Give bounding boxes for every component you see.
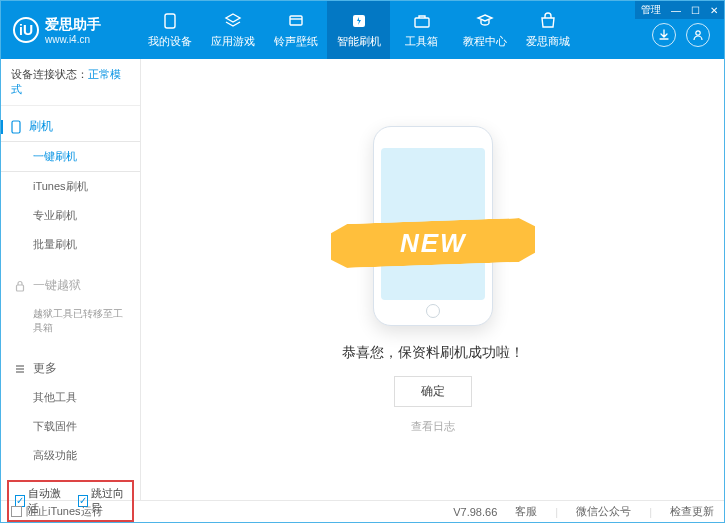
sidebar-item-more-1[interactable]: 下载固件 (1, 412, 140, 441)
sidebar-section-more-label: 更多 (33, 360, 57, 377)
nav-label: 智能刷机 (337, 34, 381, 49)
jailbreak-note: 越狱工具已转移至工具箱 (1, 300, 140, 342)
nav-label: 教程中心 (463, 34, 507, 49)
svg-rect-3 (415, 18, 429, 27)
wechat-link[interactable]: 微信公众号 (576, 504, 631, 519)
status-label: 设备连接状态： (11, 68, 88, 80)
view-log-link[interactable]: 查看日志 (411, 419, 455, 434)
new-ribbon: NEW (331, 217, 535, 268)
svg-rect-0 (165, 14, 175, 28)
nav-apps[interactable]: 应用游戏 (201, 1, 264, 59)
nav-store[interactable]: 爱思商城 (516, 1, 579, 59)
download-icon (658, 29, 670, 41)
ok-button[interactable]: 确定 (394, 376, 472, 407)
nav-toolbox[interactable]: 工具箱 (390, 1, 453, 59)
sidebar-item-flash-3[interactable]: 批量刷机 (1, 230, 140, 259)
tutorial-icon (476, 12, 494, 30)
phone-icon (9, 120, 23, 134)
logo: iU 爱思助手 www.i4.cn (13, 16, 138, 45)
sidebar-section-jailbreak-label: 一键越狱 (33, 277, 81, 294)
checkbox-icon (11, 506, 22, 517)
sidebar-section-more[interactable]: 更多 (1, 354, 140, 383)
sidebar-item-more-0[interactable]: 其他工具 (1, 383, 140, 412)
svg-rect-1 (290, 16, 302, 25)
menu-icon (13, 362, 27, 376)
svg-point-4 (696, 31, 700, 35)
lock-icon (13, 279, 27, 293)
sidebar: 设备连接状态：正常模式 刷机 一键刷机iTunes刷机专业刷机批量刷机 一键越狱… (1, 59, 141, 500)
sidebar-section-jailbreak: 一键越狱 (1, 271, 140, 300)
checkbox-block-itunes[interactable]: 阻止iTunes运行 (11, 504, 103, 519)
close-icon[interactable]: ✕ (710, 5, 718, 16)
window-pref[interactable]: 管理 (641, 3, 661, 17)
nav-label: 我的设备 (148, 34, 192, 49)
maximize-icon[interactable]: ☐ (691, 5, 700, 16)
svg-rect-5 (12, 121, 20, 133)
sidebar-item-more-2[interactable]: 高级功能 (1, 441, 140, 470)
download-button[interactable] (652, 23, 676, 47)
apps-icon (224, 12, 242, 30)
top-nav: 我的设备应用游戏铃声壁纸智能刷机工具箱教程中心爱思商城 (138, 1, 579, 59)
logo-icon: iU (13, 17, 39, 43)
sidebar-item-flash-2[interactable]: 专业刷机 (1, 201, 140, 230)
sidebar-item-flash-1[interactable]: iTunes刷机 (1, 172, 140, 201)
nav-flash[interactable]: 智能刷机 (327, 1, 390, 59)
sidebar-section-flash[interactable]: 刷机 (1, 112, 140, 141)
store-icon (539, 12, 557, 30)
svg-rect-6 (17, 285, 24, 291)
minimize-icon[interactable]: — (671, 5, 681, 16)
sidebar-section-flash-label: 刷机 (29, 118, 53, 135)
connection-status: 设备连接状态：正常模式 (1, 59, 140, 106)
user-button[interactable] (686, 23, 710, 47)
nav-tutorial[interactable]: 教程中心 (453, 1, 516, 59)
version-label: V7.98.66 (453, 506, 497, 518)
header-bar: 管理 — ☐ ✕ iU 爱思助手 www.i4.cn 我的设备应用游戏铃声壁纸智… (1, 1, 724, 59)
check-update-link[interactable]: 检查更新 (670, 504, 714, 519)
main-content: NEW 恭喜您，保资料刷机成功啦！ 确定 查看日志 (141, 59, 724, 500)
phone-illustration: NEW (373, 126, 493, 326)
nav-ringtone[interactable]: 铃声壁纸 (264, 1, 327, 59)
nav-label: 工具箱 (405, 34, 438, 49)
ringtone-icon (287, 12, 305, 30)
nav-label: 铃声壁纸 (274, 34, 318, 49)
success-message: 恭喜您，保资料刷机成功啦！ (342, 344, 524, 362)
window-controls: 管理 — ☐ ✕ (635, 1, 724, 19)
nav-label: 爱思商城 (526, 34, 570, 49)
toolbox-icon (413, 12, 431, 30)
flash-icon (350, 12, 368, 30)
nav-label: 应用游戏 (211, 34, 255, 49)
customer-service-link[interactable]: 客服 (515, 504, 537, 519)
nav-phone[interactable]: 我的设备 (138, 1, 201, 59)
user-icon (692, 29, 704, 41)
app-subtitle: www.i4.cn (45, 34, 101, 45)
app-title: 爱思助手 (45, 16, 101, 34)
checkbox-block-itunes-label: 阻止iTunes运行 (26, 504, 103, 519)
sidebar-item-flash-0[interactable]: 一键刷机 (1, 141, 140, 172)
phone-icon (161, 12, 179, 30)
